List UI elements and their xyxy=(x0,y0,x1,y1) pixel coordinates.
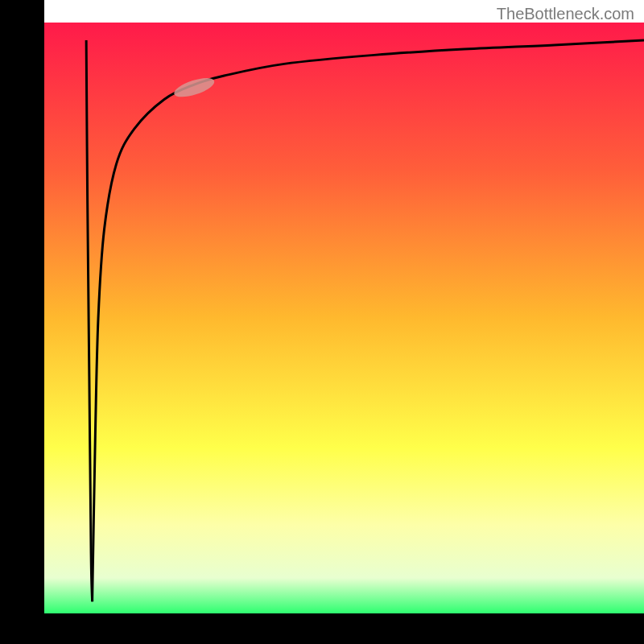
chart-svg xyxy=(0,0,644,644)
x-axis xyxy=(0,613,644,644)
watermark-text: TheBottleneck.com xyxy=(497,5,634,23)
chart-container: TheBottleneck.com xyxy=(0,0,644,644)
plot-background xyxy=(44,23,644,613)
y-axis xyxy=(0,0,44,644)
